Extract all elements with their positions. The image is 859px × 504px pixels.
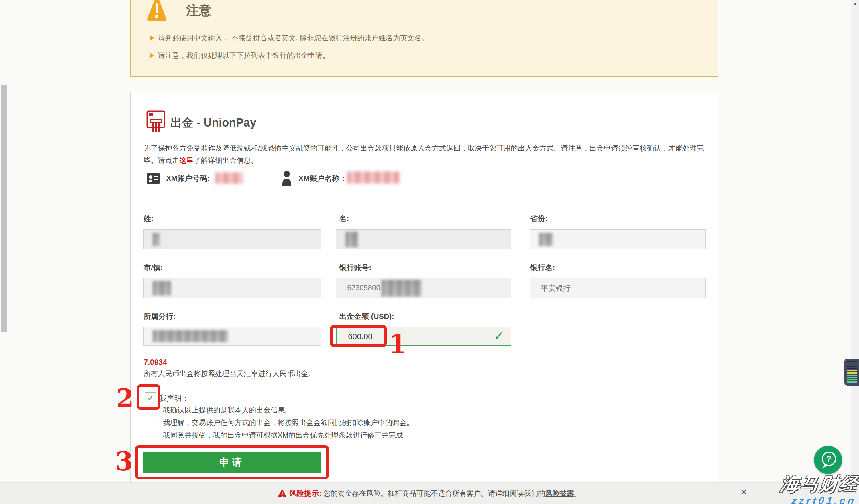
intro-paragraph: 为了保护各方免受欺诈及降低洗钱和/或恐怖主义融资的可能性，公司出金款项只能依原入… <box>144 142 713 167</box>
declaration-label: 我声明： <box>159 393 189 403</box>
exchange-rate: 7.0934 <box>144 358 167 367</box>
declaration-item: · 我理解，交易账户任何方式的出金，将按照出金金额同比例扣除账户中的赠金。 <box>159 418 413 427</box>
arrow-bullet-icon <box>150 53 154 58</box>
account-number-redacted <box>215 172 243 184</box>
account-info-row: XM账户号码: XM账户名称： <box>131 171 718 188</box>
first-name-input <box>336 229 511 249</box>
city-label: 市/镇: <box>144 263 163 273</box>
annotation-box-step1 <box>330 325 387 347</box>
account-name-redacted <box>347 171 399 184</box>
declaration-item: · 我确认以上提供的是我本人的出金信息。 <box>159 405 292 415</box>
svg-text:?: ? <box>826 454 831 463</box>
atm-withdrawal-icon <box>146 110 166 132</box>
person-icon <box>281 171 292 186</box>
notice-item: 请注意，我们仅处理以下下拉列表中银行的出金申请。 <box>158 51 330 60</box>
scrollbar-track[interactable]: ▲ <box>851 0 859 504</box>
close-icon[interactable]: × <box>741 486 747 498</box>
help-button[interactable]: ? <box>814 446 842 474</box>
city-input <box>143 278 321 298</box>
last-name-input <box>143 229 321 249</box>
bank-account-label: 银行账号: <box>339 263 372 273</box>
last-name-label: 姓: <box>144 214 153 223</box>
risk-suffix: 。 <box>574 489 581 498</box>
annotation-box-step3 <box>135 445 329 479</box>
branch-input <box>143 327 321 346</box>
declaration-item: · 我同意并接受，我的出金申请可根据XM的出金优先处理条款进行修正并完成。 <box>159 430 410 440</box>
exchange-rate-note: 所有人民币出金将按照处理当天汇率进行人民币出金。 <box>144 369 315 378</box>
account-number-label: XM账户号码: <box>166 173 210 184</box>
arrow-bullet-icon <box>150 35 154 41</box>
divider <box>144 195 706 195</box>
risk-warning-bar: 风险提示: 您的资金存在风险。杠杆商品可能不适合所有客户。请详细阅读我们的 风险… <box>0 482 859 504</box>
province-label: 省份: <box>530 214 548 223</box>
bank-name-value: 平安银行 <box>541 283 571 293</box>
amount-label: 出金金额 (USD): <box>339 311 394 321</box>
risk-text: 您的资金存在风险。杠杆商品可能不适合所有客户。请详细阅读我们的 <box>323 489 545 498</box>
notice-item: 请务必使用中文输入， 不接受拼音或者英文, 除非您在银行注册的账户姓名为英文名。 <box>158 33 429 43</box>
annotation-number-2: 2 <box>116 383 134 413</box>
withdrawal-card: 出金 - UnionPay 为了保护各方免受欺诈及降低洗钱和/或恐怖主义融资的可… <box>130 93 718 482</box>
first-name-label: 名: <box>339 214 349 223</box>
notice-box: 注意 请务必使用中文输入， 不接受拼音或者英文, 除非您在银行注册的账户姓名为英… <box>130 0 718 77</box>
scrollbar-up-arrow[interactable]: ▲ <box>851 1 859 6</box>
bank-name-input: 平安银行 <box>530 278 706 298</box>
here-link[interactable]: 这里 <box>179 156 194 164</box>
branch-label: 所属分行: <box>144 311 176 321</box>
annotation-number-1: 1 <box>388 329 407 360</box>
bank-account-visible-digits: 62305800 <box>347 283 380 292</box>
bank-name-label: 银行名: <box>530 263 555 273</box>
intro-text: 了解详细出金信息。 <box>194 156 258 164</box>
account-name-label: XM账户名称： <box>299 173 347 184</box>
province-input <box>530 229 706 249</box>
annotation-box-step2 <box>137 384 161 410</box>
annotation-number-3: 3 <box>115 446 133 476</box>
valid-check-icon: ✓ <box>493 328 504 344</box>
scrollbar-thumb[interactable] <box>1 85 7 332</box>
warning-triangle-icon <box>147 0 166 22</box>
notice-title: 注意 <box>186 2 211 19</box>
side-extension-widget[interactable] <box>844 359 859 385</box>
id-card-icon <box>147 173 160 184</box>
bank-account-input: 62305800 <box>336 278 511 298</box>
risk-disclosure-link[interactable]: 风险披露 <box>545 489 574 498</box>
risk-triangle-icon <box>278 489 286 498</box>
card-title: 出金 - UnionPay <box>170 115 256 130</box>
risk-label: 风险提示: <box>289 488 322 498</box>
question-bubble-icon: ? <box>814 446 842 474</box>
withdrawal-page: 注意 请务必使用中文输入， 不接受拼音或者英文, 除非您在银行注册的账户姓名为英… <box>0 0 859 504</box>
